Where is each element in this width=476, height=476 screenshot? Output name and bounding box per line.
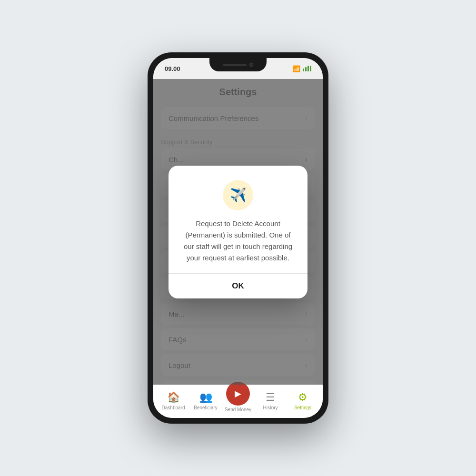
phone-frame: 09.00 📶 Settings	[148, 52, 328, 424]
app-content: Settings Communication Preferences › Sup…	[153, 79, 323, 385]
beneficiary-icon: 👥	[199, 391, 212, 404]
settings-label: Settings	[294, 405, 311, 410]
notch-camera	[249, 63, 253, 67]
send-money-button[interactable]: ▶	[226, 382, 250, 406]
nav-item-dashboard[interactable]: 🏠 Dashboard	[157, 391, 189, 410]
status-icons: 📶	[293, 65, 311, 72]
phone-screen: 09.00 📶 Settings	[153, 58, 323, 418]
dashboard-label: Dashboard	[162, 405, 185, 410]
history-label: History	[263, 405, 278, 410]
dialog-ok-button[interactable]: OK	[180, 274, 296, 298]
nav-item-settings[interactable]: ⚙ Settings	[287, 391, 319, 410]
nav-item-send-money[interactable]: ▶ Send Money	[222, 389, 254, 412]
paper-plane-icon: ✈️	[230, 187, 247, 203]
beneficiary-label: Beneficiary	[194, 405, 217, 410]
status-time: 09.00	[165, 65, 180, 72]
notch	[209, 58, 267, 71]
dialog: ✈️ Request to Delete Account (Permanent)…	[169, 166, 307, 298]
bottom-nav: 🏠 Dashboard 👥 Beneficiary ▶ Send Money ☰…	[153, 385, 323, 418]
dashboard-icon: 🏠	[167, 391, 180, 404]
settings-icon: ⚙	[298, 391, 307, 404]
send-money-icon: ▶	[235, 388, 241, 399]
notch-speaker	[223, 64, 247, 66]
status-bar: 09.00 📶	[153, 58, 323, 79]
send-money-label: Send Money	[225, 407, 251, 412]
modal-overlay: ✈️ Request to Delete Account (Permanent)…	[153, 79, 323, 385]
battery-icon	[303, 66, 311, 71]
nav-item-history[interactable]: ☰ History	[254, 391, 287, 410]
dialog-icon: ✈️	[223, 180, 253, 210]
nav-item-beneficiary[interactable]: 👥 Beneficiary	[189, 391, 222, 410]
dialog-message: Request to Delete Account (Permanent) is…	[180, 218, 296, 264]
wifi-icon: 📶	[293, 65, 300, 72]
history-icon: ☰	[266, 391, 275, 404]
